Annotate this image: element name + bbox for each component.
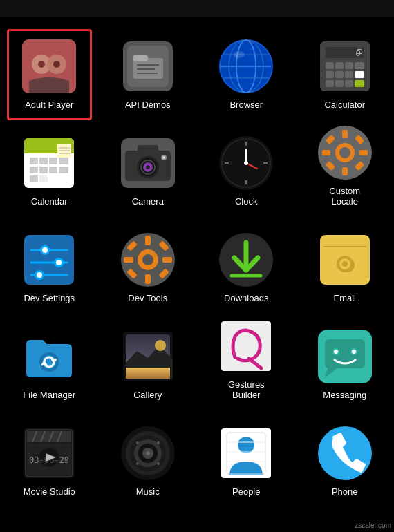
app-people[interactable]: People — [197, 410, 296, 507]
calculator-label: Calculator — [324, 99, 365, 111]
svg-point-148 — [136, 462, 139, 465]
app-camera[interactable]: Camera — [99, 120, 198, 217]
gallery-label: Gallery — [133, 390, 162, 401]
svg-rect-45 — [39, 167, 48, 173]
app-api-demos[interactable]: API Demos — [99, 23, 198, 120]
messaging-icon — [318, 330, 372, 383]
svg-rect-86 — [24, 235, 74, 285]
file-manager-icon — [22, 332, 76, 381]
gallery-icon-wrap — [120, 329, 176, 384]
app-phone[interactable]: Phone — [296, 410, 395, 507]
svg-rect-79 — [342, 167, 348, 175]
svg-rect-100 — [145, 274, 151, 284]
svg-rect-30 — [326, 80, 334, 87]
svg-point-18 — [234, 51, 245, 58]
svg-rect-42 — [49, 158, 57, 164]
movie-studio-icon-wrap: 03-06-29 — [21, 426, 77, 481]
app-gallery[interactable]: Gallery — [99, 314, 198, 410]
svg-rect-78 — [342, 130, 348, 138]
music-icon-wrap — [120, 426, 176, 481]
dev-settings-icon — [24, 235, 74, 285]
app-email[interactable]: Email — [296, 217, 395, 314]
svg-point-113 — [342, 261, 348, 267]
calendar-icon — [24, 138, 74, 188]
file-manager-icon-wrap — [21, 329, 77, 384]
adult-player-label: Adult Player — [25, 99, 73, 111]
svg-point-77 — [339, 147, 350, 158]
svg-rect-26 — [326, 71, 334, 78]
clock-icon — [219, 136, 273, 190]
svg-rect-49 — [39, 175, 48, 182]
svg-rect-101 — [124, 257, 133, 263]
svg-point-62 — [146, 165, 150, 169]
downloads-icon — [219, 233, 273, 287]
app-gestures-builder[interactable]: Gestures Builder — [197, 314, 296, 410]
svg-point-128 — [352, 350, 356, 354]
app-music[interactable]: Music — [99, 410, 198, 507]
browser-icon-wrap — [218, 39, 274, 94]
adult-player-icon-wrap — [21, 39, 77, 94]
dev-settings-label: Dev Settings — [24, 293, 75, 304]
phone-icon — [318, 426, 372, 480]
svg-point-64 — [162, 156, 165, 159]
svg-rect-40 — [30, 158, 38, 164]
app-calculator[interactable]: 0 Calculator — [296, 23, 395, 120]
camera-icon-wrap — [120, 135, 176, 191]
email-icon — [320, 235, 370, 285]
gestures-builder-label: Gestures Builder — [228, 379, 265, 401]
clock-label: Clock — [235, 196, 258, 207]
svg-point-120 — [155, 340, 166, 351]
svg-rect-102 — [162, 257, 172, 263]
svg-rect-31 — [335, 80, 344, 87]
music-label: Music — [136, 486, 160, 497]
movie-studio-icon: 03-06-29 — [24, 428, 74, 478]
app-movie-studio[interactable]: 03-06-29 Movie Studio — [0, 410, 99, 507]
app-adult-player[interactable]: Adult Player — [0, 23, 99, 120]
app-file-manager[interactable]: File Manager — [0, 314, 99, 410]
people-icon — [221, 428, 271, 478]
svg-rect-119 — [126, 368, 170, 379]
custom-locale-label: Custom Locale — [329, 186, 360, 207]
app-custom-locale[interactable]: Custom Locale — [296, 120, 395, 217]
watermark: zscaler.com — [355, 522, 391, 529]
svg-rect-46 — [49, 167, 57, 173]
dev-tools-icon-wrap — [120, 232, 176, 287]
phone-label: Phone — [332, 486, 358, 497]
app-browser[interactable]: Browser — [197, 23, 296, 120]
app-grid: Adult Player API Demos — [0, 17, 394, 514]
svg-rect-25 — [355, 62, 364, 69]
calendar-icon-wrap — [21, 135, 77, 191]
gestures-builder-icon-wrap — [218, 319, 274, 374]
svg-point-95 — [37, 272, 42, 278]
browser-icon — [219, 39, 273, 93]
app-dev-settings[interactable]: Dev Settings — [0, 217, 99, 314]
app-calendar[interactable]: Calendar — [0, 120, 99, 217]
gestures-builder-icon — [221, 321, 271, 371]
svg-rect-80 — [322, 150, 330, 155]
dev-tools-icon — [121, 233, 175, 287]
email-label: Email — [333, 293, 356, 304]
custom-locale-icon-wrap — [317, 125, 373, 180]
app-clock[interactable]: Clock — [197, 120, 296, 217]
svg-rect-32 — [345, 80, 353, 87]
svg-point-147 — [157, 441, 160, 444]
clock-icon-wrap — [218, 135, 274, 191]
downloads-icon-wrap — [218, 232, 274, 287]
email-icon-wrap — [317, 232, 373, 287]
svg-rect-99 — [145, 236, 151, 245]
app-dev-tools[interactable]: Dev Tools — [99, 217, 198, 314]
svg-rect-33 — [355, 80, 364, 87]
phone-icon-wrap — [317, 426, 373, 481]
svg-point-89 — [42, 247, 48, 253]
app-downloads[interactable]: Downloads — [197, 217, 296, 314]
gallery-icon — [123, 332, 173, 381]
adult-player-icon — [22, 39, 76, 93]
downloads-label: Downloads — [224, 293, 268, 304]
svg-rect-22 — [326, 62, 334, 69]
svg-rect-7 — [133, 55, 148, 61]
app-messaging[interactable]: Messaging — [296, 314, 395, 410]
svg-point-152 — [238, 437, 254, 453]
calculator-icon-wrap: 0 — [317, 39, 373, 94]
svg-point-150 — [146, 451, 150, 455]
svg-point-4 — [53, 61, 60, 68]
